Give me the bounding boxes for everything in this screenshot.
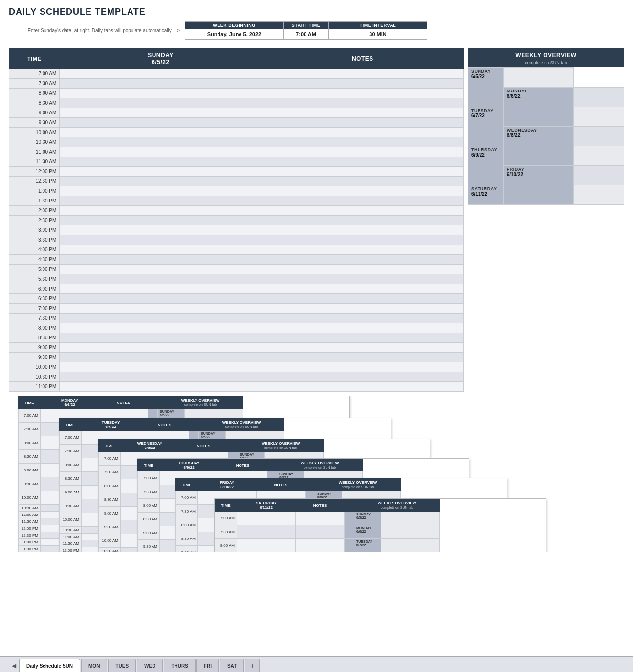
schedule-cell[interactable] (60, 304, 262, 314)
schedule-cell[interactable] (60, 235, 262, 245)
notes-cell[interactable] (262, 98, 463, 108)
overview-data-cell[interactable] (503, 68, 573, 88)
notes-cell[interactable] (262, 235, 463, 245)
schedule-cell[interactable] (60, 186, 262, 196)
mini-row: 8:00 AM TUESDAY 6/7/22 (215, 539, 440, 553)
overview-data-cell[interactable] (573, 185, 624, 205)
table-row: 3:30 PM (9, 235, 464, 245)
notes-cell[interactable] (262, 108, 463, 118)
schedule-cell[interactable] (60, 177, 262, 186)
notes-cell[interactable] (262, 89, 463, 98)
notes-cell[interactable] (262, 167, 463, 177)
tab-nav-left[interactable]: ◀ (9, 659, 19, 672)
tab-tues[interactable]: TUES (108, 659, 136, 672)
schedule-cell[interactable] (60, 353, 262, 362)
time-cell: 10:00 PM (9, 362, 60, 372)
schedule-cell[interactable] (60, 255, 262, 265)
notes-cell[interactable] (262, 118, 463, 128)
notes-cell[interactable] (262, 353, 463, 362)
time-interval-label: TIME INTERVAL (329, 22, 427, 29)
notes-cell[interactable] (262, 147, 463, 157)
schedule-cell[interactable] (60, 167, 262, 177)
notes-cell[interactable] (262, 206, 463, 216)
notes-cell[interactable] (262, 274, 463, 284)
notes-cell[interactable] (262, 284, 463, 294)
schedule-cell[interactable] (60, 265, 262, 274)
overview-data-cell[interactable] (573, 107, 624, 127)
tab-thurs[interactable]: THURS (164, 659, 195, 672)
notes-cell[interactable] (262, 304, 463, 314)
tab-sat[interactable]: SAT (220, 659, 244, 672)
notes-cell[interactable] (262, 216, 463, 225)
schedule-cell[interactable] (60, 157, 262, 167)
mini-time-header: TIME (138, 459, 160, 471)
schedule-cell[interactable] (60, 108, 262, 118)
notes-cell[interactable] (262, 294, 463, 304)
notes-cell[interactable] (262, 177, 463, 186)
notes-cell[interactable] (262, 69, 463, 79)
schedule-cell[interactable] (60, 343, 262, 353)
table-row: 1:00 PM (9, 186, 464, 196)
notes-cell[interactable] (262, 343, 463, 353)
schedule-cell[interactable] (60, 333, 262, 343)
notes-cell[interactable] (262, 186, 463, 196)
schedule-cell[interactable] (60, 216, 262, 225)
notes-cell[interactable] (262, 137, 463, 147)
overview-day-label: THURSDAY 6/9/22 (468, 146, 504, 185)
schedule-cell[interactable] (60, 382, 262, 392)
schedule-cell[interactable] (60, 128, 262, 137)
notes-cell[interactable] (262, 333, 463, 343)
tab-daily-schedule-sun[interactable]: Daily Schedule SUN (19, 659, 80, 672)
overview-data-cell[interactable] (573, 166, 624, 185)
overview-data-cell[interactable] (573, 88, 624, 107)
schedule-cell[interactable] (60, 206, 262, 216)
overview-day-label: WEDNESDAY 6/8/22 (503, 127, 573, 166)
table-row: 9:30 AM (9, 118, 464, 128)
time-cell: 11:30 AM (9, 157, 60, 167)
notes-cell[interactable] (262, 382, 463, 392)
schedule-cell[interactable] (60, 225, 262, 235)
mini-time-header: TIME (176, 479, 198, 491)
time-cell: 2:00 PM (9, 206, 60, 216)
tab-add-button[interactable]: + (245, 659, 260, 672)
schedule-cell[interactable] (60, 274, 262, 284)
schedule-cell[interactable] (60, 284, 262, 294)
tab-wed[interactable]: WED (137, 659, 163, 672)
time-interval-value: 30 MIN (329, 29, 427, 39)
notes-cell[interactable] (262, 157, 463, 167)
schedule-cell[interactable] (60, 147, 262, 157)
schedule-cell[interactable] (60, 137, 262, 147)
schedule-cell[interactable] (60, 89, 262, 98)
schedule-cell[interactable] (60, 98, 262, 108)
overview-data-cell[interactable] (573, 146, 624, 166)
notes-cell[interactable] (262, 362, 463, 372)
tab-mon[interactable]: MON (81, 659, 107, 672)
notes-cell[interactable] (262, 128, 463, 137)
table-row: 11:00 PM (9, 382, 464, 392)
schedule-cell[interactable] (60, 362, 262, 372)
notes-cell[interactable] (262, 255, 463, 265)
tab-fri[interactable]: FRI (196, 659, 219, 672)
notes-cell[interactable] (262, 245, 463, 255)
notes-cell[interactable] (262, 225, 463, 235)
notes-cell[interactable] (262, 323, 463, 333)
schedule-cell[interactable] (60, 69, 262, 79)
mini-notes-header: NOTES (140, 419, 189, 431)
table-row: 6:30 PM (9, 294, 464, 304)
notes-cell[interactable] (262, 265, 463, 274)
schedule-cell[interactable] (60, 245, 262, 255)
table-row: 5:00 PM (9, 265, 464, 274)
schedule-cell[interactable] (60, 323, 262, 333)
time-cell: 4:30 PM (9, 255, 60, 265)
notes-cell[interactable] (262, 314, 463, 323)
schedule-cell[interactable] (60, 372, 262, 382)
notes-cell[interactable] (262, 372, 463, 382)
notes-cell[interactable] (262, 196, 463, 206)
schedule-cell[interactable] (60, 294, 262, 304)
overview-data-cell[interactable] (573, 127, 624, 146)
schedule-cell[interactable] (60, 79, 262, 89)
schedule-cell[interactable] (60, 118, 262, 128)
schedule-cell[interactable] (60, 314, 262, 323)
notes-cell[interactable] (262, 79, 463, 89)
schedule-cell[interactable] (60, 196, 262, 206)
